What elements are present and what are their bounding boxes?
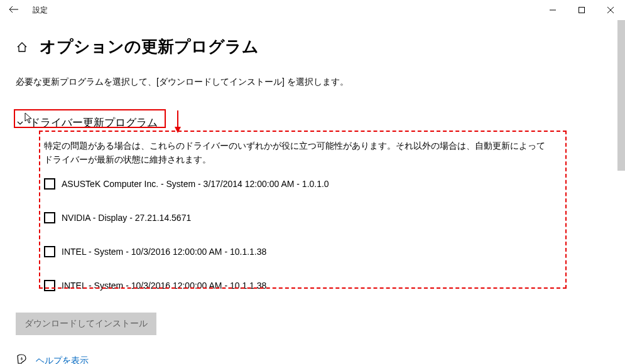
scrollbar-thumb[interactable] xyxy=(617,20,625,171)
driver-section-title: ドライバー更新プログラム xyxy=(30,115,158,130)
back-button[interactable] xyxy=(9,5,19,15)
driver-section-body: 特定の問題がある場合は、これらのドライバーのいずれかが役に立つ可能性があります。… xyxy=(16,132,609,291)
driver-item: ASUSTeK Computer Inc. - System - 3/17/20… xyxy=(44,178,609,190)
driver-section-info: 特定の問題がある場合は、これらのドライバーのいずれかが役に立つ可能性があります。… xyxy=(44,139,553,167)
window-controls xyxy=(538,0,625,20)
svg-rect-1 xyxy=(579,8,585,13)
driver-checkbox[interactable] xyxy=(44,178,55,190)
driver-section-header[interactable]: ドライバー更新プログラム xyxy=(16,113,609,132)
driver-item: INTEL - System - 10/3/2016 12:00:00 AM -… xyxy=(44,280,609,291)
driver-item: NVIDIA - Display - 27.21.14.5671 xyxy=(44,212,609,223)
titlebar-left: 設定 xyxy=(9,5,48,16)
home-icon[interactable] xyxy=(16,41,28,53)
content-area: オプションの更新プログラム 必要な更新プログラムを選択して、[ダウンロードしてイ… xyxy=(0,20,625,364)
page-description: 必要な更新プログラムを選択して、[ダウンロードしてインストール] を選択します。 xyxy=(16,77,609,88)
header-row: オプションの更新プログラム xyxy=(16,36,609,58)
driver-label: INTEL - System - 10/3/2016 12:00:00 AM -… xyxy=(62,281,266,291)
driver-item: INTEL - System - 10/3/2016 12:00:00 AM -… xyxy=(44,246,609,257)
close-button[interactable] xyxy=(596,0,625,20)
minimize-button[interactable] xyxy=(538,0,567,20)
download-install-button[interactable]: ダウンロードしてインストール xyxy=(16,313,156,335)
driver-checkbox[interactable] xyxy=(44,246,55,257)
maximize-button[interactable] xyxy=(567,0,596,20)
help-link[interactable]: ヘルプを表示 xyxy=(36,355,89,364)
driver-section: ドライバー更新プログラム 特定の問題がある場合は、これらのドライバーのいずれかが… xyxy=(16,113,609,291)
driver-label: ASUSTeK Computer Inc. - System - 3/17/20… xyxy=(62,179,329,189)
svg-point-6 xyxy=(21,357,23,358)
titlebar: 設定 xyxy=(0,0,625,20)
driver-checkbox[interactable] xyxy=(44,280,55,291)
chevron-down-icon xyxy=(16,119,24,127)
help-row: ヘルプを表示 xyxy=(16,354,609,364)
page-title: オプションの更新プログラム xyxy=(40,36,259,58)
help-icon xyxy=(16,354,27,364)
window-title: 設定 xyxy=(33,5,48,16)
driver-checkbox[interactable] xyxy=(44,212,55,223)
driver-list: ASUSTeK Computer Inc. - System - 3/17/20… xyxy=(44,178,609,291)
driver-label: NVIDIA - Display - 27.21.14.5671 xyxy=(62,213,191,223)
driver-label: INTEL - System - 10/3/2016 12:00:00 AM -… xyxy=(62,247,266,257)
